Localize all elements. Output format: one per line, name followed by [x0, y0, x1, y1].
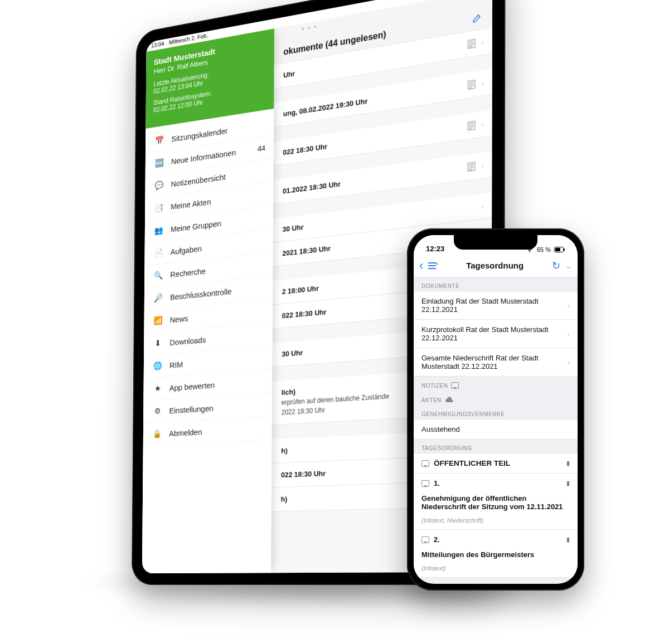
document-icon	[467, 80, 476, 90]
calendar-icon: 📅	[154, 135, 164, 146]
section-notizen-label: NOTIZEN	[414, 377, 578, 391]
chevron-right-icon: ›	[481, 79, 484, 87]
document-title: Kurzprotokoll Rat der Stadt Musterstadt …	[421, 325, 563, 342]
list-icon	[428, 262, 438, 270]
chevron-right-icon: ›	[568, 330, 570, 338]
iphone-navbar: ‹ Tagesordnung ↻ ⌄	[414, 254, 578, 277]
tasks-icon: 📄	[153, 248, 164, 258]
settings-icon: ⚙	[152, 406, 162, 416]
agenda-meta: (Infotext)	[421, 565, 445, 572]
agenda-header-cell[interactable]: ÖFFENTLICHER TEIL ▮	[414, 453, 578, 474]
search-icon: 🔍	[153, 270, 163, 281]
iphone-device: 12:23 65 % ‹ Tagesordnung ↻	[407, 228, 584, 591]
reload-button[interactable]: ↻	[552, 260, 560, 272]
section-tagesordnung-label: TAGESORDNUNG	[414, 440, 578, 453]
section-akten-label: AKTEN	[414, 391, 578, 406]
document-cell[interactable]: Gesamte Niederschrift Rat der Stadt Must…	[414, 348, 578, 377]
akten-text: AKTEN	[421, 397, 442, 403]
sidebar-item-label: Einstellungen	[169, 403, 213, 415]
download-icon: ⬇	[152, 338, 163, 349]
document-title: Gesamte Niederschrift Rat der Stadt Must…	[421, 354, 563, 370]
agenda-number: 2.	[434, 535, 440, 544]
note-icon	[421, 536, 429, 543]
flag-icon: ▮	[566, 536, 570, 543]
svg-point-4	[529, 251, 530, 252]
document-cell[interactable]: Kurzprotokoll Rat der Stadt Musterstadt …	[414, 319, 578, 348]
back-button[interactable]: ‹	[419, 258, 423, 273]
sidebar-item-label: Abmelden	[169, 427, 202, 437]
svg-rect-1	[468, 80, 475, 89]
genehmigung-cell[interactable]: Ausstehend	[414, 419, 578, 440]
edit-button[interactable]	[472, 13, 482, 23]
agenda-item[interactable]: 2.▮Mitteilungen des Bürgermeisters(Infot…	[414, 529, 578, 578]
files-icon: 📑	[153, 203, 164, 213]
sidebar-item-label: Notizenübersicht	[171, 172, 226, 189]
sidebar: Stadt Musterstadt Herr Dr. Ralf Albers L…	[142, 28, 274, 573]
document-icon	[467, 162, 476, 172]
note-icon	[421, 460, 429, 467]
agenda-title: Mitteilungen des Bürgermeisters	[421, 550, 570, 559]
notizen-text: NOTIZEN	[421, 383, 448, 389]
sidebar-item-label: News	[170, 314, 188, 324]
iphone-screen: 12:23 65 % ‹ Tagesordnung ↻	[414, 235, 578, 584]
sidebar-item-label: Beschlusskontrolle	[170, 286, 231, 301]
sidebar-item-label: Recherche	[170, 266, 206, 279]
cloud-icon[interactable]	[445, 397, 454, 403]
chevron-right-icon: ›	[481, 120, 484, 129]
iphone-content[interactable]: DOKUMENTE Einladung Rat der Stadt Muster…	[414, 277, 578, 584]
section-genehmigung-label: GENEHMIGUNGSVERMERKE	[414, 406, 578, 419]
rim-icon: 🌐	[152, 361, 163, 371]
iphone-frame: 12:23 65 % ‹ Tagesordnung ↻	[407, 228, 584, 591]
decision-icon: 🔎	[153, 293, 163, 304]
genehmigung-value: Ausstehend	[421, 425, 570, 433]
battery-icon	[554, 247, 565, 252]
agenda-number: 1.	[434, 479, 440, 487]
document-icon	[467, 120, 476, 131]
chevron-right-icon: ›	[481, 161, 484, 170]
expand-button[interactable]: ⌄	[565, 260, 572, 271]
flag-icon: ▮	[566, 480, 570, 487]
pencil-icon	[472, 13, 482, 23]
iphone-notch	[454, 235, 537, 250]
groups-icon: 👥	[153, 225, 164, 236]
list-button[interactable]	[428, 262, 438, 270]
chevron-right-icon: ›	[481, 37, 484, 46]
notes-icon: 💬	[154, 180, 164, 191]
agenda-item[interactable]: 1.▮Genehmigung der öffentlichen Niedersc…	[414, 473, 578, 530]
nav-title: Tagesordnung	[442, 261, 547, 270]
status-time: 12:23	[426, 245, 444, 253]
battery-text: 65 %	[537, 246, 551, 253]
chevron-right-icon: ›	[568, 301, 570, 310]
sidebar-nav: 📅Sitzungskalender🆕Neue Informationen44💬N…	[142, 109, 274, 573]
logout-icon: 🔒	[152, 429, 162, 439]
note-icon	[421, 480, 429, 487]
agenda-header: ÖFFENTLICHER TEIL	[434, 459, 562, 467]
document-icon	[467, 38, 476, 49]
section-dokumente-label: DOKUMENTE	[414, 277, 578, 291]
sidebar-item-label: Downloads	[169, 335, 206, 347]
sidebar-item-label: Meine Gruppen	[171, 218, 221, 233]
agenda-meta: (Infotext, Niederschrift)	[421, 517, 483, 524]
news-icon: 📶	[153, 315, 163, 326]
flag-icon: ▮	[566, 460, 570, 467]
document-cell[interactable]: Einladung Rat der Stadt Musterstadt 22.1…	[414, 291, 578, 320]
svg-rect-6	[564, 248, 565, 251]
note-icon[interactable]	[451, 382, 459, 389]
sidebar-item-badge: 44	[258, 143, 265, 153]
sidebar-item-label: App bewerten	[169, 380, 215, 392]
svg-rect-7	[555, 248, 560, 251]
sidebar-item-label: Neue Informationen	[171, 148, 236, 166]
svg-rect-0	[468, 39, 475, 48]
agenda-title: Genehmigung der öffentlichen Niederschri…	[421, 494, 570, 511]
rate-icon: ★	[152, 383, 163, 393]
new-info-icon: 🆕	[154, 158, 164, 169]
sidebar-item-label: RIM	[169, 359, 183, 369]
sidebar-item-label: Aufgaben	[171, 243, 202, 256]
sidebar-item-label: Sitzungskalender	[171, 126, 227, 143]
chevron-right-icon: ›	[568, 358, 570, 367]
document-title: Einladung Rat der Stadt Musterstadt 22.1…	[421, 297, 563, 314]
chevron-right-icon: ›	[481, 202, 484, 211]
sidebar-item-label: Meine Akten	[171, 197, 211, 211]
